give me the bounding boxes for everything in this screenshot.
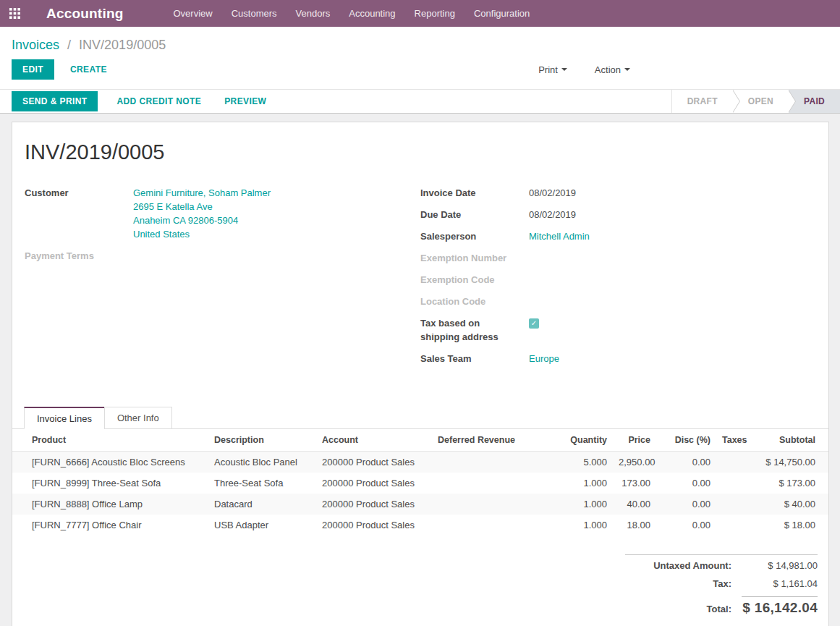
invoice-line-row[interactable]: [FURN_8888] Office LampDatacard200000 Pr… — [12, 494, 828, 515]
top-navbar: Accounting OverviewCustomersVendorsAccou… — [0, 0, 840, 27]
invoice-date-label: Invoice Date — [420, 186, 529, 200]
sales-team-label: Sales Team — [420, 352, 529, 365]
invoice-line-row[interactable]: [FURN_6666] Acoustic Bloc ScreensAcousti… — [12, 452, 828, 473]
untaxed-amount-value: $ 14,981.00 — [742, 560, 818, 571]
action-dropdowns: Print Action — [515, 64, 635, 76]
salesperson-link[interactable]: Mitchell Admin — [529, 231, 590, 242]
cell-taxes — [716, 494, 760, 515]
cell-disc: 0.00 — [656, 473, 716, 494]
print-dropdown-label: Print — [538, 64, 558, 75]
nav-item-vendors[interactable]: Vendors — [287, 0, 340, 27]
customer-address-line[interactable]: Anaheim CA 92806-5904 — [133, 213, 420, 227]
paid-row: i Paid on 08/02/2019 $ 16,142.04 — [625, 622, 818, 626]
tab-invoice-lines[interactable]: Invoice Lines — [24, 407, 105, 429]
cell-product: [FURN_8999] Three-Seat Sofa — [12, 473, 208, 494]
cell-account: 200000 Product Sales — [316, 452, 432, 473]
cell-description: Three-Seat Sofa — [208, 473, 316, 494]
column-header-product: Product — [12, 429, 208, 452]
totals-panel: Untaxed Amount: $ 14,981.00 Tax: $ 1,161… — [625, 554, 818, 626]
cell-subtotal: $ 18.00 — [760, 515, 828, 536]
app-title[interactable]: Accounting — [46, 6, 124, 22]
cell-account: 200000 Product Sales — [316, 494, 432, 515]
sales-team-link[interactable]: Europe — [529, 353, 559, 364]
sales-team-field: Sales Team Europe — [420, 352, 816, 365]
cell-description: USB Adapter — [208, 515, 316, 536]
cell-deferred-revenue — [432, 515, 533, 536]
location-code-label: Location Code — [420, 295, 529, 308]
control-panel: EDIT CREATE Print Action — [0, 53, 840, 89]
print-dropdown[interactable]: Print — [534, 64, 572, 76]
exemption-code-field: Exemption Code — [420, 273, 816, 287]
nav-item-overview[interactable]: Overview — [164, 0, 222, 27]
main-menu: OverviewCustomersVendorsAccountingReport… — [164, 0, 540, 27]
cell-subtotal: $ 173.00 — [760, 473, 828, 494]
nav-item-reporting[interactable]: Reporting — [405, 0, 464, 27]
exemption-number-label: Exemption Number — [420, 251, 529, 265]
exemption-code-label: Exemption Code — [420, 273, 529, 287]
customer-address-line[interactable]: United States — [133, 227, 420, 241]
total-row: Total: $ 16,142.04 — [625, 593, 818, 619]
customer-link[interactable]: Gemini Furniture, Soham Palmer — [133, 186, 420, 200]
breadcrumb-invoices-link[interactable]: Invoices — [12, 38, 59, 52]
due-date-label: Due Date — [420, 208, 529, 221]
action-dropdown[interactable]: Action — [590, 64, 635, 76]
nav-item-accounting[interactable]: Accounting — [339, 0, 404, 27]
invoice-sheet: INV/2019/0005 Customer Gemini Furniture,… — [12, 122, 829, 626]
tax-value: $ 1,161.04 — [742, 578, 818, 589]
action-dropdown-label: Action — [595, 64, 621, 75]
cell-taxes — [716, 515, 760, 536]
cell-price: 173.00 — [613, 473, 656, 494]
chevron-down-icon — [624, 68, 630, 71]
invoice-number-title: INV/2019/0005 — [25, 140, 816, 164]
due-date-field: Due Date 08/02/2019 — [420, 208, 816, 221]
payment-terms-field: Payment Terms — [25, 249, 420, 263]
customer-value: Gemini Furniture, Soham Palmer2695 E Kat… — [133, 186, 420, 241]
customer-label: Customer — [25, 186, 133, 241]
cell-price: 18.00 — [613, 515, 656, 536]
column-header-account: Account — [316, 429, 432, 452]
cell-quantity: 1.000 — [533, 494, 613, 515]
stage-draft: DRAFT — [672, 90, 733, 113]
payment-terms-label: Payment Terms — [25, 249, 133, 263]
apps-grid-icon[interactable] — [0, 0, 29, 27]
cell-deferred-revenue — [432, 494, 533, 515]
exemption-code-value — [529, 273, 816, 287]
column-header-taxes: Taxes — [716, 429, 760, 452]
nav-item-configuration[interactable]: Configuration — [464, 0, 539, 27]
untaxed-amount-row: Untaxed Amount: $ 14,981.00 — [625, 554, 818, 575]
location-code-field: Location Code — [420, 295, 816, 308]
add-credit-note-button[interactable]: ADD CREDIT NOTE — [112, 96, 205, 107]
column-header-subtotal: Subtotal — [760, 429, 828, 452]
statusbar: SEND & PRINTADD CREDIT NOTEPREVIEW DRAFT… — [0, 89, 840, 114]
invoice-line-row[interactable]: [FURN_7777] Office ChairUSB Adapter20000… — [12, 515, 828, 536]
column-header-deferred-revenue: Deferred Revenue — [432, 429, 533, 452]
statusbar-buttons: SEND & PRINTADD CREDIT NOTEPREVIEW — [0, 90, 271, 113]
cell-product: [FURN_6666] Acoustic Bloc Screens — [12, 452, 208, 473]
tax-label: Tax: — [625, 578, 742, 589]
cell-product: [FURN_7777] Office Chair — [12, 515, 208, 536]
create-button[interactable]: CREATE — [66, 64, 111, 75]
total-value: $ 16,142.04 — [742, 596, 818, 616]
cell-description: Acoustic Bloc Panel — [208, 452, 316, 473]
nav-item-customers[interactable]: Customers — [222, 0, 287, 27]
exemption-number-field: Exemption Number — [420, 251, 816, 265]
invoice-line-row[interactable]: [FURN_8999] Three-Seat SofaThree-Seat So… — [12, 473, 828, 494]
cell-quantity: 1.000 — [533, 473, 613, 494]
customer-address-line[interactable]: 2695 E Katella Ave — [133, 200, 420, 213]
tab-strip: Invoice LinesOther Info — [12, 407, 828, 429]
tax-shipping-checkbox[interactable]: ✓ — [529, 318, 539, 329]
untaxed-amount-label: Untaxed Amount: — [625, 560, 742, 571]
invoice-date-value: 08/02/2019 — [529, 186, 816, 200]
send-print-button[interactable]: SEND & PRINT — [12, 91, 98, 111]
total-label: Total: — [625, 604, 742, 614]
tab-other-info[interactable]: Other Info — [104, 407, 172, 429]
invoice-date-field: Invoice Date 08/02/2019 — [420, 186, 816, 200]
edit-button[interactable]: EDIT — [12, 59, 54, 80]
preview-button[interactable]: PREVIEW — [220, 96, 271, 107]
cell-disc: 0.00 — [656, 452, 716, 473]
stage-open: OPEN — [733, 90, 789, 113]
check-icon: ✓ — [531, 319, 537, 327]
cell-quantity: 1.000 — [533, 515, 613, 536]
due-date-value: 08/02/2019 — [529, 208, 816, 221]
right-field-group: Invoice Date 08/02/2019 Due Date 08/02/2… — [420, 186, 816, 373]
